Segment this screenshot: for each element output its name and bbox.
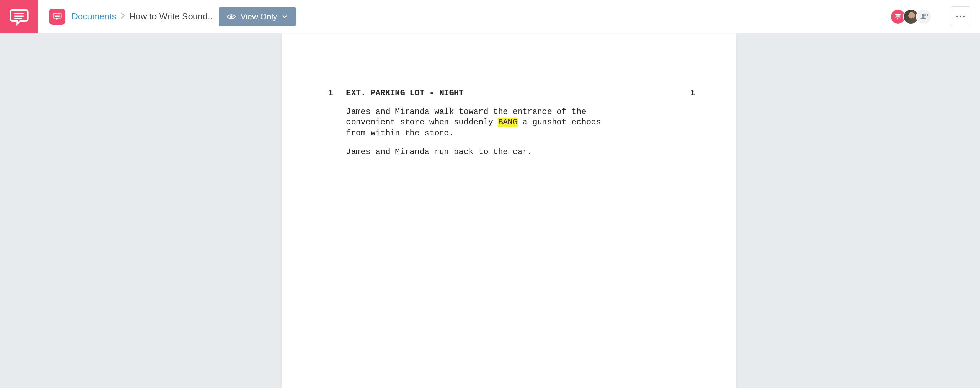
action-text: James and Miranda run back to the car. [346,147,532,157]
action-paragraph: James and Miranda walk toward the entran… [346,106,605,138]
chat-bubble-icon [52,12,62,21]
view-mode-dropdown[interactable]: View Only [219,7,296,26]
chevron-down-icon [282,14,288,20]
collaborator-avatars [890,9,932,24]
svg-point-9 [925,14,928,16]
document-workspace: 1 EXT. PARKING LOT - NIGHT 1 James and M… [38,33,980,388]
scene-heading-row: 1 EXT. PARKING LOT - NIGHT 1 [323,88,695,98]
chat-bubble-icon [894,13,902,21]
svg-point-8 [922,14,924,17]
chevron-right-icon [121,11,125,22]
breadcrumb: Documents How to Write Sound.. [72,11,213,22]
scene-number-left: 1 [323,88,333,98]
chat-bubble-icon [9,7,29,27]
scene-number-right: 1 [690,88,695,98]
breadcrumb-current: How to Write Sound.. [129,11,213,22]
svg-point-5 [230,15,233,18]
brand-logo[interactable] [0,0,38,33]
document-icon-button[interactable] [49,8,65,25]
eye-icon [227,12,236,21]
action-paragraph: James and Miranda run back to the car. [346,147,605,157]
ellipsis-icon [956,16,965,17]
script-page: 1 EXT. PARKING LOT - NIGHT 1 James and M… [282,33,736,388]
breadcrumb-root-link[interactable]: Documents [72,11,116,22]
person-add-icon [920,13,928,21]
more-options-button[interactable] [950,6,970,27]
add-collaborator-button[interactable] [916,9,932,24]
view-mode-label: View Only [240,12,277,21]
topbar: Documents How to Write Sound.. View Only [38,0,980,33]
highlighted-sound: BANG [498,118,517,127]
scene-heading: EXT. PARKING LOT - NIGHT [346,88,464,98]
